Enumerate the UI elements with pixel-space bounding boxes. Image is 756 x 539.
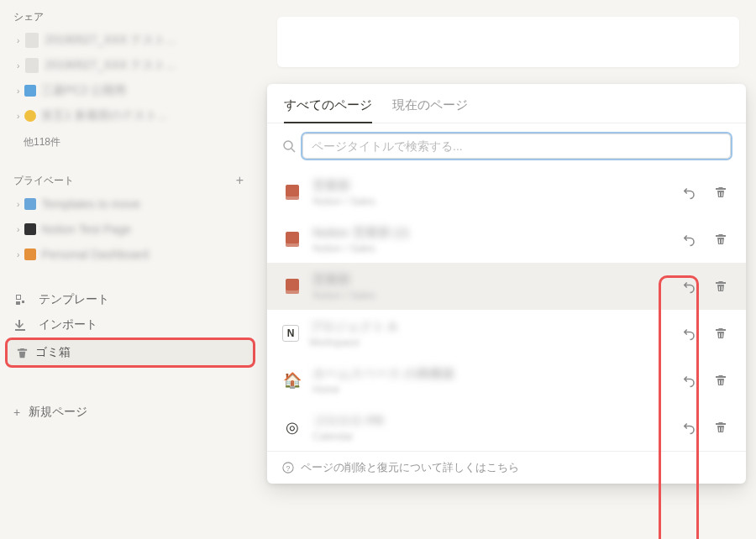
- row-path: Workspace: [309, 337, 669, 348]
- row-title: 営業部: [312, 272, 669, 288]
- chevron-right-icon: ›: [17, 86, 19, 96]
- svg-line-1: [291, 149, 295, 152]
- chevron-right-icon: ›: [17, 61, 19, 71]
- restore-button[interactable]: [679, 182, 699, 202]
- restore-button[interactable]: [679, 323, 699, 343]
- row-path: Calendar: [312, 431, 669, 442]
- chevron-right-icon: ›: [17, 225, 19, 234]
- notion-icon: N: [282, 325, 299, 342]
- chevron-right-icon: ›: [17, 250, 19, 259]
- trash-label: ゴミ箱: [35, 345, 71, 360]
- sidebar-item-share[interactable]: › 第五1 新着部のテスト...: [0, 103, 260, 128]
- restore-button[interactable]: [679, 370, 699, 390]
- sidebar-item-share[interactable]: › 20190527_XXX テスト...: [0, 53, 260, 78]
- help-icon: ?: [282, 462, 294, 474]
- search-row: [267, 123, 746, 169]
- page-icon: [282, 182, 302, 202]
- plus-icon[interactable]: +: [233, 173, 247, 188]
- main-area: すべてのページ 現在のページ 営業部 Notion / Sales: [260, 0, 756, 539]
- row-title: Notion 営業部 (2): [312, 225, 669, 241]
- templates-label: テンプレート: [39, 292, 109, 307]
- import-label: インポート: [39, 317, 97, 332]
- target-icon: ◎: [282, 417, 302, 437]
- sidebar: シェア › 20190527_XXX テスト... › 20190527_XXX…: [0, 0, 260, 539]
- new-page-button[interactable]: + 新規ページ: [0, 398, 260, 426]
- import-button[interactable]: インポート: [0, 312, 260, 338]
- page-title: 20190527_XXX テスト...: [45, 33, 176, 48]
- restore-button[interactable]: [679, 229, 699, 249]
- sidebar-item-private[interactable]: › Personal Dashboard: [0, 242, 260, 267]
- page-icon: [24, 198, 36, 210]
- tab-all-pages[interactable]: すべてのページ: [284, 94, 372, 123]
- restore-button[interactable]: [679, 417, 699, 437]
- import-icon: [13, 318, 30, 332]
- sidebar-item-private[interactable]: › Templates to move: [0, 191, 260, 217]
- trash-row[interactable]: N プロジェクト A Workspace: [267, 310, 746, 357]
- restore-button[interactable]: [679, 276, 699, 296]
- page-title: 三菱PC2 公開用: [41, 83, 126, 98]
- page-title: 20190527_XXX テスト...: [45, 58, 176, 73]
- trash-row[interactable]: 営業部 Notion / Sales: [267, 169, 746, 216]
- page-title: Personal Dashboard: [41, 248, 149, 261]
- help-footer-link[interactable]: ? ページの削除と復元について詳しくはこちら: [267, 451, 746, 484]
- trash-list: 営業部 Notion / Sales Notion 営業部 (2) Notion…: [267, 169, 746, 451]
- other-count-label[interactable]: 他118件: [0, 132, 260, 153]
- house-icon: 🏠: [282, 370, 302, 390]
- page-icon: [24, 249, 36, 260]
- delete-button[interactable]: [711, 182, 731, 202]
- search-icon: [282, 139, 296, 153]
- plus-icon: +: [13, 406, 20, 419]
- trash-popup: すべてのページ 現在のページ 営業部 Notion / Sales: [267, 84, 746, 484]
- search-input[interactable]: [302, 133, 731, 159]
- page-icon: [24, 33, 39, 48]
- main-card: [277, 17, 739, 67]
- row-path: Notion / Sales: [312, 290, 669, 301]
- page-icon: [282, 276, 302, 296]
- page-icon: [282, 229, 302, 249]
- share-section-label: シェア: [0, 7, 260, 28]
- sidebar-item-private[interactable]: › Notion Test Page: [0, 217, 260, 242]
- sidebar-item-share[interactable]: › 三菱PC2 公開用: [0, 78, 260, 103]
- private-section-header: プライベート +: [0, 170, 260, 191]
- row-title: ホームスペース の再構築: [312, 366, 669, 382]
- templates-icon: [13, 293, 30, 306]
- row-path: Home: [312, 384, 669, 395]
- page-icon: [24, 85, 36, 97]
- new-page-label: 新規ページ: [29, 405, 87, 420]
- page-icon: [24, 110, 36, 122]
- page-icon: [24, 58, 39, 73]
- trash-row[interactable]: Notion 営業部 (2) Notion / Sales: [267, 216, 746, 263]
- delete-button[interactable]: [711, 417, 731, 437]
- sidebar-item-share[interactable]: › 20190527_XXX テスト...: [0, 28, 260, 53]
- row-title: 営業部: [312, 178, 669, 194]
- delete-button[interactable]: [711, 323, 731, 343]
- delete-button[interactable]: [711, 229, 731, 249]
- chevron-right-icon: ›: [17, 112, 19, 121]
- row-path: Notion / Sales: [312, 243, 669, 254]
- chevron-right-icon: ›: [17, 200, 19, 209]
- svg-text:?: ?: [286, 464, 291, 473]
- popup-tabs: すべてのページ 現在のページ: [267, 94, 746, 123]
- tab-current-page[interactable]: 現在のページ: [392, 94, 468, 123]
- page-title: 第五1 新着部のテスト...: [41, 108, 166, 123]
- trash-icon: [16, 347, 29, 359]
- page-title: Templates to move: [41, 197, 140, 211]
- row-title: プロジェクト A: [309, 319, 669, 335]
- svg-point-0: [284, 141, 292, 149]
- row-title: ゴロロロ PR: [312, 413, 669, 429]
- delete-button[interactable]: [711, 370, 731, 390]
- page-title: Notion Test Page: [41, 222, 130, 236]
- delete-button[interactable]: [711, 276, 731, 296]
- templates-button[interactable]: テンプレート: [0, 287, 260, 312]
- row-path: Notion / Sales: [312, 196, 669, 207]
- page-icon: [24, 223, 36, 235]
- trash-button[interactable]: ゴミ箱: [5, 338, 255, 368]
- trash-row[interactable]: ◎ ゴロロロ PR Calendar: [267, 404, 746, 451]
- private-section-label: プライベート: [13, 174, 74, 188]
- chevron-right-icon: ›: [17, 36, 19, 45]
- trash-row[interactable]: 営業部 Notion / Sales: [267, 263, 746, 310]
- help-label: ページの削除と復元について詳しくはこちら: [301, 460, 519, 475]
- trash-row[interactable]: 🏠 ホームスペース の再構築 Home: [267, 357, 746, 404]
